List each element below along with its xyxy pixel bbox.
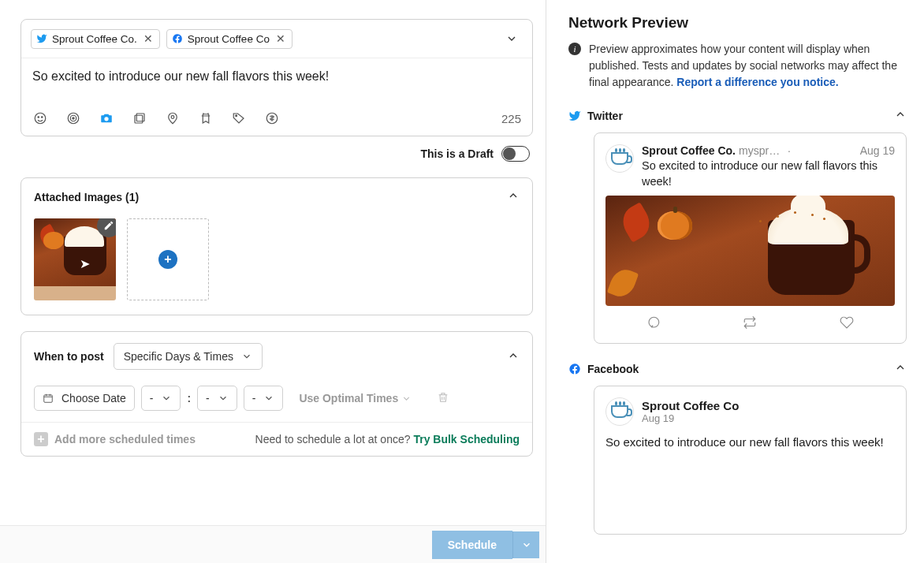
tw-preview-image bbox=[605, 196, 895, 306]
retweet-icon[interactable] bbox=[743, 315, 757, 332]
svg-point-2 bbox=[42, 117, 43, 118]
draft-label: This is a Draft bbox=[420, 147, 494, 160]
draft-toggle[interactable] bbox=[501, 146, 530, 162]
tw-actions bbox=[605, 315, 895, 332]
tw-date: Aug 19 bbox=[860, 144, 895, 157]
emoji-icon[interactable] bbox=[32, 110, 48, 126]
chevron-up-icon bbox=[894, 361, 907, 376]
twitter-section-label: Twitter bbox=[587, 110, 623, 122]
network-preview-title: Network Preview bbox=[568, 14, 907, 32]
preview-info: i Preview approximates how your content … bbox=[568, 41, 907, 91]
attached-images-count: (1) bbox=[125, 191, 139, 203]
facebook-preview-card: Sprout Coffee Co Aug 19 So excited to in… bbox=[594, 386, 907, 535]
hour-select[interactable]: - bbox=[141, 386, 181, 411]
chip-label: Sprout Coffee Co. bbox=[52, 33, 137, 45]
twitter-icon bbox=[36, 33, 47, 44]
tw-text: So excited to introduce our new fall fla… bbox=[642, 158, 895, 189]
tw-handle: myspro… bbox=[739, 144, 784, 157]
profile-chip-facebook[interactable]: Sprout Coffee Co ✕ bbox=[166, 29, 292, 49]
time-colon: : bbox=[187, 392, 191, 405]
chevron-up-icon bbox=[894, 108, 907, 123]
date-picker[interactable]: Choose Date bbox=[34, 386, 135, 411]
report-difference-link[interactable]: Report a difference you notice. bbox=[676, 76, 838, 88]
reply-icon[interactable] bbox=[646, 315, 661, 332]
tw-display-name: Sprout Coffee Co. bbox=[642, 144, 736, 157]
chip-remove-icon[interactable]: ✕ bbox=[276, 33, 285, 44]
profile-picker-toggle[interactable] bbox=[501, 28, 523, 50]
avatar bbox=[605, 397, 634, 426]
draft-toggle-row: This is a Draft bbox=[20, 136, 533, 162]
delete-time-icon[interactable] bbox=[437, 391, 449, 406]
svg-point-9 bbox=[171, 116, 174, 119]
try-bulk-link[interactable]: Try Bulk Scheduling bbox=[413, 433, 520, 446]
bulk-prompt: Need to schedule a lot at once? bbox=[255, 433, 411, 446]
schedule-dropdown-button[interactable] bbox=[512, 531, 539, 558]
attached-images-title: Attached Images bbox=[34, 191, 122, 203]
calendar-icon bbox=[43, 393, 54, 404]
when-to-post-title: When to post bbox=[34, 350, 104, 363]
chevron-up-icon bbox=[507, 189, 520, 204]
use-optimal-times[interactable]: Use Optimal Times bbox=[299, 392, 412, 405]
tag-icon[interactable] bbox=[231, 110, 247, 126]
plus-icon: + bbox=[158, 250, 177, 269]
schedule-mode-value: Specific Days & Times bbox=[124, 350, 233, 363]
chevron-up-icon bbox=[507, 349, 520, 364]
network-preview-pane: Network Preview i Preview approximates h… bbox=[546, 0, 924, 563]
when-to-post-card: When to post Specific Days & Times Choos… bbox=[20, 331, 533, 457]
ampm-select[interactable]: - bbox=[244, 386, 284, 411]
compose-toolbar: 225 bbox=[21, 104, 532, 136]
attached-images-card: Attached Images (1) bbox=[20, 177, 533, 315]
add-more-times-button[interactable]: Add more scheduled times bbox=[54, 433, 196, 446]
attached-image-thumb[interactable]: ➤ bbox=[34, 218, 116, 300]
svg-point-10 bbox=[236, 115, 237, 117]
fb-date: Aug 19 bbox=[642, 412, 739, 424]
plus-icon: + bbox=[34, 432, 48, 446]
svg-rect-8 bbox=[136, 114, 144, 121]
when-to-post-header[interactable]: When to post Specific Days & Times bbox=[21, 332, 532, 381]
approval-icon[interactable] bbox=[198, 110, 214, 126]
schedule-mode-select[interactable]: Specific Days & Times bbox=[114, 343, 263, 370]
char-count: 225 bbox=[501, 112, 521, 125]
facebook-icon bbox=[568, 363, 581, 375]
fb-display-name: Sprout Coffee Co bbox=[642, 399, 739, 412]
footer-bar: Schedule bbox=[0, 525, 546, 563]
facebook-section-label: Facebook bbox=[587, 363, 639, 375]
svg-point-1 bbox=[38, 117, 39, 118]
chip-label: Sprout Coffee Co bbox=[188, 33, 270, 45]
chip-remove-icon[interactable]: ✕ bbox=[143, 33, 153, 44]
compose-textarea[interactable]: So excited to introduce our new fall fla… bbox=[21, 58, 532, 104]
add-image-button[interactable]: + bbox=[127, 218, 209, 300]
date-placeholder: Choose Date bbox=[61, 392, 126, 405]
twitter-preview-header[interactable]: Twitter bbox=[568, 108, 907, 132]
attached-images-header[interactable]: Attached Images (1) bbox=[21, 178, 532, 215]
compose-card: Sprout Coffee Co. ✕ Sprout Coffee Co ✕ S… bbox=[20, 19, 533, 136]
target-icon[interactable] bbox=[65, 110, 81, 126]
info-icon: i bbox=[568, 43, 581, 55]
svg-point-6 bbox=[104, 117, 108, 121]
svg-rect-12 bbox=[44, 395, 53, 402]
monetize-icon[interactable] bbox=[264, 110, 280, 126]
twitter-icon bbox=[568, 110, 581, 122]
profile-picker-row: Sprout Coffee Co. ✕ Sprout Coffee Co ✕ bbox=[21, 20, 532, 58]
gallery-icon[interactable] bbox=[132, 110, 147, 126]
facebook-preview-header[interactable]: Facebook bbox=[568, 361, 907, 386]
svg-point-5 bbox=[73, 117, 74, 119]
location-pin-icon[interactable] bbox=[165, 110, 181, 126]
twitter-preview-card: Sprout Coffee Co. myspro… · Aug 19 So ex… bbox=[594, 132, 907, 344]
schedule-button[interactable]: Schedule bbox=[432, 531, 512, 559]
profile-chip-twitter[interactable]: Sprout Coffee Co. ✕ bbox=[31, 29, 160, 49]
facebook-icon bbox=[172, 33, 183, 44]
svg-point-0 bbox=[35, 113, 46, 124]
fb-preview-image bbox=[594, 460, 906, 523]
fb-text: So excited to introduce our new fall fla… bbox=[605, 434, 895, 450]
like-icon[interactable] bbox=[840, 315, 854, 332]
avatar bbox=[605, 144, 634, 173]
add-more-times-row: + Add more scheduled times Need to sched… bbox=[21, 422, 532, 456]
svg-rect-7 bbox=[135, 115, 143, 123]
minute-select[interactable]: - bbox=[197, 386, 237, 411]
camera-icon[interactable] bbox=[99, 110, 114, 126]
